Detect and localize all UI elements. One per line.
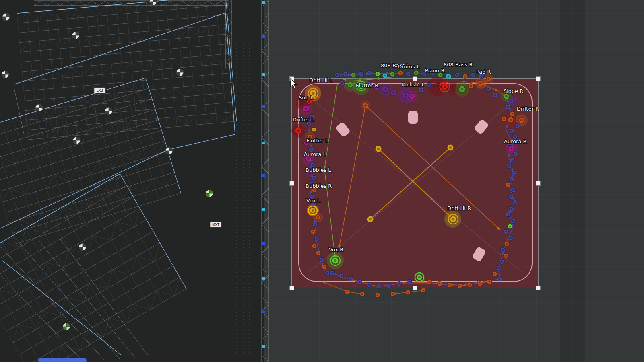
sound-object-node[interactable] [500,247,505,252]
sound-object-node[interactable] [511,218,516,223]
sound-object-node[interactable] [382,73,387,78]
sound-object-node[interactable] [360,292,365,296]
sound-object-node[interactable] [330,270,335,275]
sound-object-node[interactable] [504,253,508,258]
sound-object-node[interactable] [513,152,518,156]
sound-object-node[interactable] [406,290,411,295]
sound-object-node[interactable] [492,272,497,276]
sound-object-node[interactable] [310,208,316,213]
sound-object-node[interactable] [510,158,515,163]
sound-object-node[interactable] [367,216,374,222]
sound-object-node[interactable] [312,243,317,248]
selection-handle-ne[interactable] [536,77,541,81]
sound-object-node[interactable] [402,92,409,99]
sound-object-node[interactable] [414,70,419,75]
selection-handle-e[interactable] [536,181,541,186]
sound-object-node[interactable] [316,215,320,220]
sound-object-node[interactable] [295,128,301,134]
sound-object-node[interactable] [457,283,462,288]
sound-object-node[interactable] [390,72,395,76]
sound-object-node[interactable] [501,116,507,122]
sound-object-node[interactable] [463,74,468,79]
sound-object-node[interactable] [377,284,382,289]
sound-object-node[interactable] [477,281,482,286]
sound-object-node[interactable] [390,292,395,296]
sound-object-node[interactable] [508,235,513,240]
sound-object-node[interactable] [508,194,513,199]
sound-object-node[interactable] [316,251,321,255]
sound-object-node[interactable] [471,72,476,77]
sound-object-node[interactable] [500,259,504,264]
sound-object-node[interactable] [509,177,514,182]
sound-object-node[interactable] [504,93,509,99]
sound-object-node[interactable] [507,164,512,169]
sound-object-node[interactable] [447,144,454,151]
sound-object-node[interactable] [375,72,380,76]
sound-object-node[interactable] [325,271,330,276]
sound-object-node[interactable] [322,264,327,269]
sound-object-node[interactable] [383,87,388,93]
spatial-editor-canvas[interactable]: LX3MXT808 Bass LDrums L808 Bass RPiano R… [0,0,644,362]
selection-handle-sw[interactable] [290,286,294,290]
sound-object-node[interactable] [312,175,316,180]
sound-object-node[interactable] [397,281,402,286]
sound-object-node[interactable] [519,117,524,123]
sound-object-node[interactable] [409,93,415,99]
sound-object-node[interactable] [300,101,305,106]
sound-object-node[interactable] [345,289,349,294]
sound-object-node[interactable] [335,73,340,78]
sound-object-node[interactable] [467,282,472,287]
sound-object-node[interactable] [363,103,368,108]
sound-object-node[interactable] [351,73,356,78]
sound-object-node[interactable] [375,293,380,298]
sound-object-node[interactable] [310,229,315,234]
sound-object-node[interactable] [509,206,514,211]
sound-object-node[interactable] [348,276,353,281]
sound-object-node[interactable] [314,237,319,241]
sound-object-node[interactable] [406,72,411,76]
sound-object-node[interactable] [504,241,509,246]
sound-object-node[interactable] [450,85,456,91]
sound-object-node[interactable] [508,117,514,123]
sound-object-node[interactable] [487,279,492,284]
sound-object-node[interactable] [447,282,452,287]
speaker-icon[interactable] [408,111,418,124]
sound-object-node[interactable] [506,182,511,187]
sound-object-node[interactable] [486,87,491,92]
sound-object-node[interactable] [446,74,451,79]
sound-object-node[interactable] [340,81,345,86]
sound-object-node[interactable] [450,216,456,222]
sound-object-node[interactable] [506,105,510,109]
sound-object-node[interactable] [459,86,465,93]
sound-object-node[interactable] [509,146,514,151]
sound-object-node[interactable] [347,82,353,88]
sound-object-node[interactable] [312,128,316,132]
sound-object-node[interactable] [497,276,502,281]
sound-object-node[interactable] [504,229,508,234]
sound-object-node[interactable] [417,274,422,280]
sound-object-node[interactable] [319,257,324,262]
sound-object-node[interactable] [442,84,448,90]
sound-object-node[interactable] [367,282,372,287]
sound-object-node[interactable] [343,72,348,76]
sound-object-node[interactable] [496,265,501,270]
sound-object-node[interactable] [478,80,483,86]
sound-object-node[interactable] [375,146,382,152]
sound-object-node[interactable] [510,111,515,116]
sound-object-node[interactable] [455,72,460,77]
sound-object-node[interactable] [427,280,432,285]
sound-object-node[interactable] [437,281,442,286]
sound-object-node[interactable] [512,170,516,175]
sound-object-node[interactable] [427,82,431,87]
sound-object-node[interactable] [339,274,344,278]
sound-object-node[interactable] [506,212,511,217]
selection-handle-se[interactable] [536,286,541,290]
sound-object-node[interactable] [468,83,474,89]
selection-handle-n[interactable] [413,77,417,81]
selection-handle-s[interactable] [413,286,417,290]
sound-object-node[interactable] [357,280,362,284]
sound-object-node[interactable] [515,123,520,128]
sound-object-node[interactable] [419,88,423,93]
sound-object-node[interactable] [391,90,396,95]
sound-object-node[interactable] [398,70,403,75]
